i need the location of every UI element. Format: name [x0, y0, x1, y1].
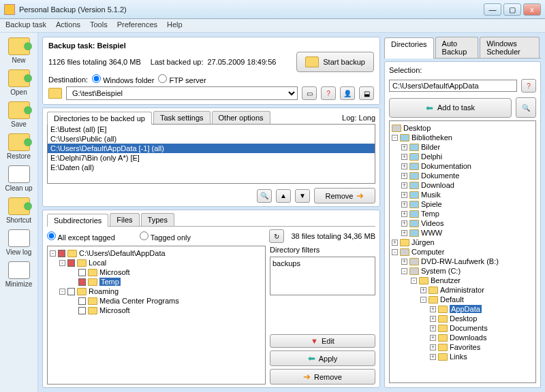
move-up-button[interactable]: ▲ [276, 189, 291, 203]
dest-radio-windows[interactable]: Windows folder [92, 74, 154, 84]
sidebar-restore[interactable]: Restore [1, 131, 36, 162]
collapse-icon[interactable]: - [50, 250, 56, 257]
dir-item[interactable]: C:\Users\Default\AppData [-1] (all) [48, 144, 375, 153]
tree-item[interactable]: Favorites [450, 343, 480, 351]
help-button[interactable]: ? [321, 86, 336, 100]
open-icon [8, 69, 30, 87]
sidebar-minimize[interactable]: Minimize [1, 259, 36, 290]
tab-auto-backup[interactable]: Auto Backup [435, 37, 479, 58]
folder-icon [409, 229, 419, 237]
dir-filter-label: Directory filters [270, 246, 375, 254]
tree-item[interactable]: Videos [421, 219, 443, 227]
checkbox-icon[interactable] [78, 269, 86, 276]
apply-filter-button[interactable]: ⬅Apply [270, 350, 375, 366]
dest-radio-ftp[interactable]: FTP server [158, 74, 206, 84]
folder-icon [429, 296, 438, 304]
menu-preferences[interactable]: Preferences [117, 20, 157, 31]
folder-icon [305, 56, 319, 67]
tree-item[interactable]: Downloads [450, 333, 486, 342]
filesystem-tree[interactable]: Desktop -Bibliotheken +Bilder+Delphi+Dok… [389, 120, 536, 383]
menu-tools[interactable]: Tools [90, 20, 108, 31]
folder-icon [409, 191, 419, 199]
filter-list[interactable]: backups [270, 257, 375, 295]
sidebar-viewlog[interactable]: View log [1, 227, 36, 258]
tree-item[interactable]: Spiele [421, 200, 442, 208]
tree-item[interactable]: Bilder [421, 143, 440, 151]
menu-actions[interactable]: Actions [56, 20, 80, 31]
dir-item[interactable]: E:\Daten (all) [48, 163, 375, 172]
minimize-button[interactable]: — [484, 3, 501, 16]
folder-icon [438, 353, 448, 361]
checkbox-icon[interactable] [67, 288, 75, 295]
folder-icon [67, 250, 77, 257]
tree-item[interactable]: WWW [421, 229, 442, 237]
arrow-left-icon: ⬅ [308, 353, 315, 363]
tree-item[interactable]: Temp [421, 210, 439, 218]
drive-icon [409, 267, 419, 275]
subdir-tree[interactable]: -C:\Users\Default\AppData -Local Microso… [47, 246, 266, 385]
close-button[interactable]: x [523, 3, 541, 16]
menu-help[interactable]: Help [167, 20, 183, 31]
tree-item[interactable]: Links [450, 353, 467, 361]
drive-icon [409, 258, 419, 265]
add-to-task-button[interactable]: ⬅Add to task [389, 98, 512, 118]
help-button-2[interactable]: ? [521, 79, 536, 93]
task-button[interactable]: ⬓ [359, 86, 374, 100]
tree-item[interactable]: AppData [450, 305, 482, 313]
tab-other-options[interactable]: Other options [212, 111, 270, 124]
collapse-icon[interactable]: - [59, 289, 65, 295]
remove-filter-button[interactable]: ➔Remove [270, 369, 375, 385]
browse-button[interactable]: 🔍 [516, 97, 536, 118]
edit-filter-button[interactable]: ▼Edit [270, 334, 375, 348]
checkbox-icon[interactable] [58, 250, 65, 257]
folder-icon [48, 88, 62, 99]
sidebar-save[interactable]: Save [1, 99, 36, 130]
dir-item[interactable]: C:\Users\Public (all) [48, 134, 375, 144]
folder-icon [409, 144, 419, 151]
sidebar-open[interactable]: Open [1, 67, 36, 98]
directory-list[interactable]: E:\Butest (all) [E] C:\Users\Public (all… [47, 124, 375, 184]
tree-item[interactable]: Documents [450, 324, 488, 332]
user-button[interactable]: 👤 [340, 86, 355, 100]
radio-all-except[interactable]: All except tagged [47, 231, 115, 242]
tab-r-directories[interactable]: Directories [384, 37, 434, 59]
radio-tagged-only[interactable]: Tagged only [140, 231, 191, 242]
checkbox-icon[interactable] [78, 278, 86, 286]
drive-button[interactable]: ▭ [302, 86, 317, 100]
dir-item[interactable]: E:\Butest (all) [E] [48, 125, 375, 134]
sidebar-shortcut[interactable]: Shortcut [1, 195, 36, 226]
tree-item[interactable]: Download [421, 181, 454, 189]
collapse-icon[interactable]: - [59, 260, 65, 266]
move-down-button[interactable]: ▼ [295, 189, 310, 203]
remove-dir-button[interactable]: Remove➔ [314, 188, 375, 203]
tab-types[interactable]: Types [141, 213, 174, 226]
folder-icon [88, 278, 97, 286]
destination-label: Destination: [48, 76, 88, 84]
checkbox-icon[interactable] [67, 259, 75, 267]
dir-item[interactable]: E:\Delphi7\Bin (only A*) [E] [48, 153, 375, 163]
tree-item[interactable]: Desktop [450, 314, 477, 323]
tab-win-scheduler[interactable]: Windows Scheduler [480, 37, 540, 58]
tab-directories[interactable]: Directories to be backed up [47, 112, 152, 125]
sidebar-new[interactable]: New [1, 35, 36, 66]
tree-item[interactable]: Delphi [421, 152, 442, 161]
arrow-right-icon: ➔ [356, 191, 364, 201]
menu-backup-task[interactable]: Backup task [5, 20, 46, 31]
folder-icon [409, 210, 419, 218]
cleanup-icon [8, 165, 30, 183]
tab-subdirectories[interactable]: Subdirectories [47, 214, 108, 227]
checkbox-icon[interactable] [78, 307, 86, 314]
checkbox-icon[interactable] [78, 297, 86, 305]
inspect-button[interactable]: 🔍 [257, 189, 272, 203]
sidebar-cleanup[interactable]: Clean up [1, 163, 36, 194]
refresh-button[interactable]: ↻ [269, 229, 284, 243]
tree-item[interactable]: Musik [421, 191, 441, 199]
destination-path-select[interactable]: G:\test\Beispiel [66, 86, 298, 100]
tab-task-settings[interactable]: Task settings [153, 111, 211, 124]
start-backup-button[interactable]: Start backup [296, 52, 374, 72]
tree-item[interactable]: Dokumentation [421, 162, 471, 170]
tree-item[interactable]: Dokumente [421, 172, 459, 180]
tab-files[interactable]: Files [110, 213, 139, 226]
arrow-right-icon: ➔ [303, 372, 311, 382]
maximize-button[interactable]: ▢ [503, 3, 521, 16]
